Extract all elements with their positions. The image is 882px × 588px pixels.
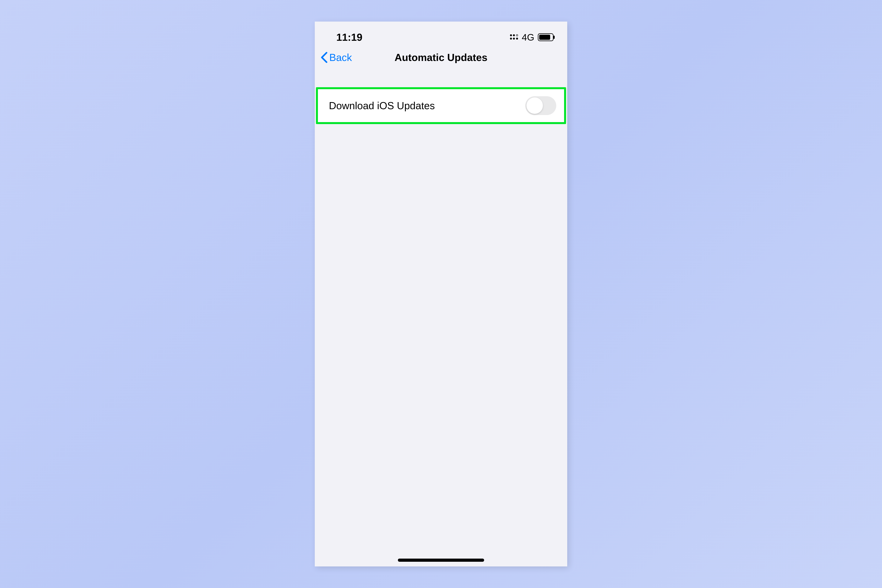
settings-content: Download iOS Updates (315, 68, 567, 124)
chevron-left-icon (321, 52, 328, 63)
phone-screen: 11:19 4G Back Automatic Updates (315, 21, 567, 567)
navigation-bar: Back Automatic Updates (315, 47, 567, 68)
back-button[interactable]: Back (321, 51, 352, 63)
network-label: 4G (522, 32, 534, 43)
signal-icon (510, 34, 518, 40)
battery-icon (538, 33, 554, 41)
toggle-knob (526, 98, 543, 114)
download-ios-updates-row[interactable]: Download iOS Updates (318, 89, 564, 122)
back-label: Back (329, 51, 352, 63)
download-ios-updates-toggle[interactable] (525, 96, 556, 115)
home-indicator[interactable] (398, 559, 484, 562)
status-time: 11:19 (336, 32, 362, 43)
status-bar: 11:19 4G (315, 21, 567, 47)
download-ios-updates-label: Download iOS Updates (329, 100, 435, 111)
status-indicators: 4G (510, 32, 554, 43)
page-title: Automatic Updates (394, 51, 488, 63)
highlight-annotation: Download iOS Updates (316, 87, 566, 124)
